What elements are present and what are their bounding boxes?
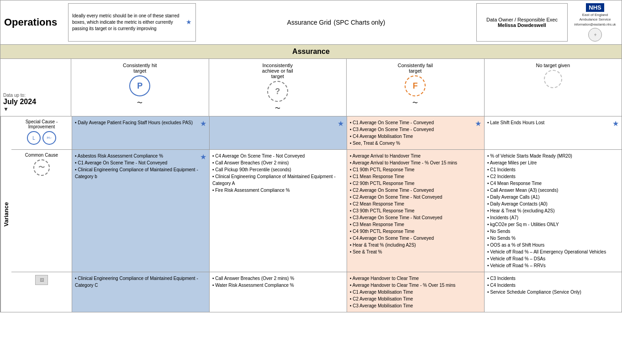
cell-sc-hit-star-icon: ★	[200, 118, 206, 129]
row-header-deteriorating: 🖼	[11, 272, 72, 312]
header-note: Ideally every metric should be in one of…	[68, 3, 196, 42]
f-letter: F	[413, 81, 418, 91]
icon-empty-circle	[544, 70, 562, 88]
common-cause-icon: 〜	[33, 159, 50, 176]
assurance-banner: Assurance	[0, 45, 622, 59]
col-header-consistently-fail: Consistently failtarget F 〜	[347, 59, 485, 116]
header-row: Operations Ideally every metric should b…	[0, 0, 622, 45]
data-owner-label: Data Owner / Responsible Exec	[481, 17, 563, 22]
data-section: Variance Special Cause -Improvement L H⌣…	[0, 116, 622, 312]
icon-q-circle: ?	[267, 81, 288, 102]
col-consistently-hit-label: Consistently hittarget	[123, 63, 157, 74]
broken-image-icon: 🖼	[40, 278, 44, 282]
assurance-grid-subtitle: (SPC Charts only)	[334, 19, 385, 26]
nhs-label: NHS	[586, 3, 604, 12]
cell-sc-imp-inconsistently: ★	[210, 116, 347, 149]
cell-det-consistently-fail: • Average Handover to Clear Time• Averag…	[347, 272, 485, 312]
cell-sc-notarget-text: • Late Shift Ends Hours Lost	[487, 120, 544, 125]
assurance-grid-title: Assurance Grid	[287, 19, 331, 26]
cell-sc-imp-no-target: • Late Shift Ends Hours Lost ★	[485, 116, 622, 149]
table-row-special-cause-improvement: Special Cause -Improvement L H⌣ • Daily …	[11, 116, 622, 150]
col-inconsistently-label: Inconsistentlyachieve or failtarget	[262, 63, 293, 79]
cell-sc-hit-text: • Daily Average Patient Facing Staff Hou…	[75, 120, 193, 125]
org-emblem: ⚜	[588, 28, 602, 42]
data-date-value: July 2024	[3, 98, 36, 106]
icon-p-circle: P	[129, 75, 150, 96]
cell-cc-inconsistently: • C4 Average On Scene Time - Not Conveye…	[210, 150, 347, 272]
data-up-to-label: Data up to:	[3, 93, 36, 98]
data-up-to-block: Data up to: July 2024 ▼	[0, 59, 39, 116]
col-header-no-target: No target given	[485, 59, 622, 116]
cell-cc-fail-text: • Average Arrival to Handover Time• Aver…	[350, 153, 457, 254]
header-center: Assurance Grid (SPC Charts only)	[200, 3, 472, 42]
special-cause-icons: L H⌣	[27, 131, 56, 145]
table-row-common-cause: Common Cause 〜 • Asbestos Risk Assessmen…	[11, 150, 622, 272]
cell-sc-inc-star-icon: ★	[337, 118, 344, 129]
table-row-deteriorating: 🖼 • Clinical Engineering Compliance of M…	[11, 272, 622, 312]
cell-cc-consistently-hit: • Asbestos Risk Assessment Compliance %•…	[72, 150, 210, 272]
p-wave: 〜	[137, 99, 142, 107]
data-owner-name: Melissa Dowdeswell	[481, 22, 563, 28]
data-owner-box: Data Owner / Responsible Exec Melissa Do…	[476, 3, 568, 42]
column-headers-row: Data up to: July 2024 ▼ Consistently hit…	[0, 59, 622, 116]
q-wave: 〜	[275, 105, 280, 112]
cell-cc-no-target: • % of Vehicle Starts Made Ready (MR20)•…	[485, 150, 622, 272]
row-header-common-cause: Common Cause 〜	[11, 150, 72, 272]
cell-cc-inc-text: • C4 Average On Scene Time - Not Conveye…	[212, 153, 336, 193]
cell-cc-hit-star-icon: ★	[200, 152, 206, 163]
emblem-icon: ⚜	[594, 33, 597, 37]
cell-det-hit-text: • Clinical Engineering Compliance of Mai…	[75, 276, 198, 288]
cell-cc-notarget-text: • % of Vehicle Starts Made Ready (MR20)•…	[487, 153, 606, 268]
col-header-inconsistently: Inconsistentlyachieve or failtarget ? 〜	[209, 59, 347, 116]
common-cause-label: Common Cause	[25, 153, 58, 158]
col-consistently-fail-label: Consistently failtarget	[398, 63, 433, 74]
header-star-icon: ★	[186, 18, 192, 27]
cell-det-inc-text: • Call Answer Breaches (Over 2 mins) %• …	[212, 276, 294, 288]
col-no-target-label: No target given	[536, 63, 570, 68]
f-wave: 〜	[412, 99, 418, 107]
cell-det-no-target: • C3 Incidents• C4 Incidents• Service Sc…	[485, 272, 622, 312]
col-header-consistently-hit: Consistently hittarget P 〜	[71, 59, 209, 116]
cell-sc-imp-consistently-fail: • C1 Average On Scene Time - Conveyed• C…	[347, 116, 485, 149]
left-spacer: Data up to: July 2024 ▼	[0, 59, 71, 116]
cell-sc-fail-text: • C1 Average On Scene Time - Conveyed• C…	[350, 120, 434, 146]
header-note-text: Ideally every metric should be in one of…	[72, 13, 183, 32]
org-name: East of EnglandAmbulance Serviceinformat…	[574, 13, 616, 27]
row-header-special-cause: Special Cause -Improvement L H⌣	[11, 116, 72, 149]
special-cause-icon-h: H⌣	[42, 131, 56, 145]
cell-det-fail-text: • Average Handover to Clear Time• Averag…	[350, 276, 455, 308]
org-email: information@eastamb.nhs.uk	[574, 23, 616, 26]
cell-cc-consistently-fail: • Average Arrival to Handover Time• Aver…	[347, 150, 485, 272]
cell-sc-notarget-star-icon: ★	[612, 118, 619, 129]
main-container: Operations Ideally every metric should b…	[0, 0, 622, 312]
cell-sc-fail-star-icon: ★	[475, 118, 481, 129]
cell-det-notarget-text: • C3 Incidents• C4 Incidents• Service Sc…	[487, 276, 581, 295]
q-mark: ?	[275, 87, 280, 96]
dropdown-arrow-icon[interactable]: ▼	[3, 106, 36, 112]
header-title: Operations	[4, 3, 63, 42]
deteriorating-icon-placeholder: 🖼	[35, 275, 48, 285]
icon-f-circle: F	[405, 75, 426, 96]
main-grid: Assurance Data up to: July 2024 ▼ Consis…	[0, 45, 622, 312]
rows-container: Special Cause -Improvement L H⌣ • Daily …	[11, 116, 622, 312]
variance-label: Variance	[0, 116, 11, 312]
cell-sc-imp-consistently-hit: • Daily Average Patient Facing Staff Hou…	[72, 116, 210, 149]
nhs-logo-block: NHS East of EnglandAmbulance Serviceinfo…	[572, 3, 618, 42]
cell-det-inconsistently: • Call Answer Breaches (Over 2 mins) %• …	[210, 272, 347, 312]
special-cause-icon-l: L	[27, 131, 41, 145]
cell-det-consistently-hit: • Clinical Engineering Compliance of Mai…	[72, 272, 210, 312]
cell-cc-hit-text: • Asbestos Risk Assessment Compliance %•…	[75, 153, 198, 179]
p-letter: P	[137, 81, 142, 91]
special-cause-label: Special Cause -Improvement	[26, 119, 58, 129]
